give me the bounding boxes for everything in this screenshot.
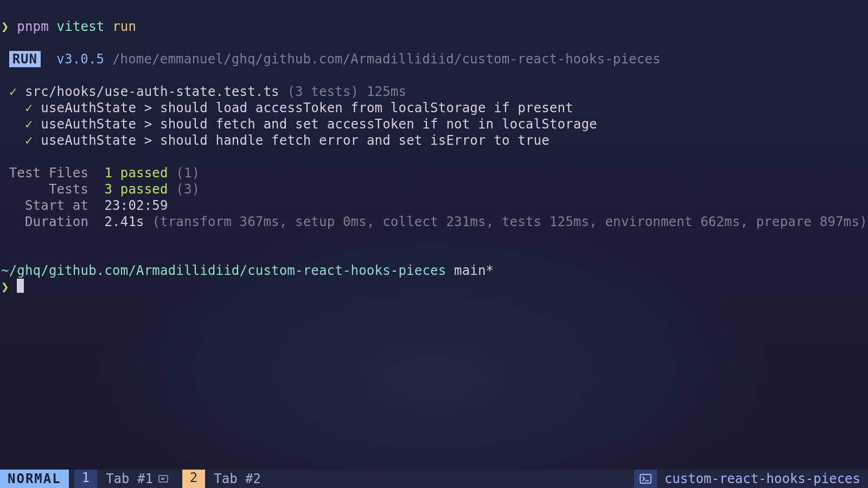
prompt-command: vitest [57, 19, 105, 34]
prompt-symbol: ❯ [1, 279, 9, 294]
shell-branch: main* [454, 263, 494, 278]
tab-number-1[interactable]: 1 [74, 470, 97, 488]
terminal-screen[interactable]: ❯ pnpm vitest run RUN v3.0.5 /home/emman… [0, 0, 868, 488]
prompt-symbol: ❯ [1, 19, 9, 34]
summary-duration-label: Duration [25, 214, 88, 229]
tab-1[interactable]: Tab #1 [97, 470, 177, 488]
summary-tests-label: Tests [49, 182, 88, 197]
summary-tests-total: (3) [176, 182, 200, 197]
test-file-time: 125ms [367, 84, 406, 99]
summary-duration-value: 2.41s [104, 214, 144, 229]
summary-start-label: Start at [25, 198, 88, 213]
summary-duration-breakdown: (transform 367ms, setup 0ms, collect 231… [152, 214, 867, 229]
shell-cwd: ~/ghq/github.com/Armadillidiid/custom-re… [1, 263, 446, 278]
tab-number-2[interactable]: 2 [182, 470, 205, 488]
prompt-keyword: pnpm [17, 19, 49, 34]
test-line: useAuthState > should load accessToken f… [41, 100, 573, 115]
test-line: useAuthState > should fetch and set acce… [41, 117, 597, 132]
check-icon: ✓ [9, 84, 17, 99]
terminal-output: ❯ pnpm vitest run RUN v3.0.5 /home/emman… [1, 2, 868, 311]
tab-2[interactable]: Tab #2 [205, 470, 270, 488]
project-icon [634, 470, 657, 488]
prompt-flag: run [112, 19, 136, 34]
vitest-version: v3.0.5 [56, 52, 104, 67]
run-badge: RUN [9, 51, 41, 67]
summary-start-time: 23:02:59 [104, 198, 168, 213]
statusbar-spacer [270, 470, 634, 488]
check-icon: ✓ [25, 100, 33, 115]
summary-tests-pass: 3 passed [104, 182, 168, 197]
test-line: useAuthState > should handle fetch error… [41, 133, 550, 148]
test-file-path: src/hooks/use-auth-state.test.ts [25, 84, 279, 99]
terminal-icon [640, 474, 652, 484]
summary-files-label: Test Files [9, 165, 89, 181]
vitest-cwd: /home/emmanuel/ghq/github.com/Armadillid… [112, 52, 661, 67]
status-bar: NORMAL 1 Tab #1 2 Tab #2 custom-react-ho… [0, 470, 868, 488]
tab-label: Tab #2 [214, 471, 261, 487]
project-name: custom-react-hooks-pieces [657, 470, 868, 488]
check-icon: ✓ [25, 133, 33, 148]
summary-files-pass: 1 passed [104, 165, 168, 181]
check-icon: ✓ [25, 117, 33, 132]
svg-rect-0 [640, 474, 651, 483]
cursor-block[interactable] [17, 279, 24, 293]
tab-label: Tab #1 [106, 471, 153, 487]
window-icon [158, 475, 168, 483]
test-file-count: (3 tests) [287, 84, 359, 99]
mode-indicator: NORMAL [0, 470, 69, 488]
summary-files-total: (1) [176, 165, 200, 181]
